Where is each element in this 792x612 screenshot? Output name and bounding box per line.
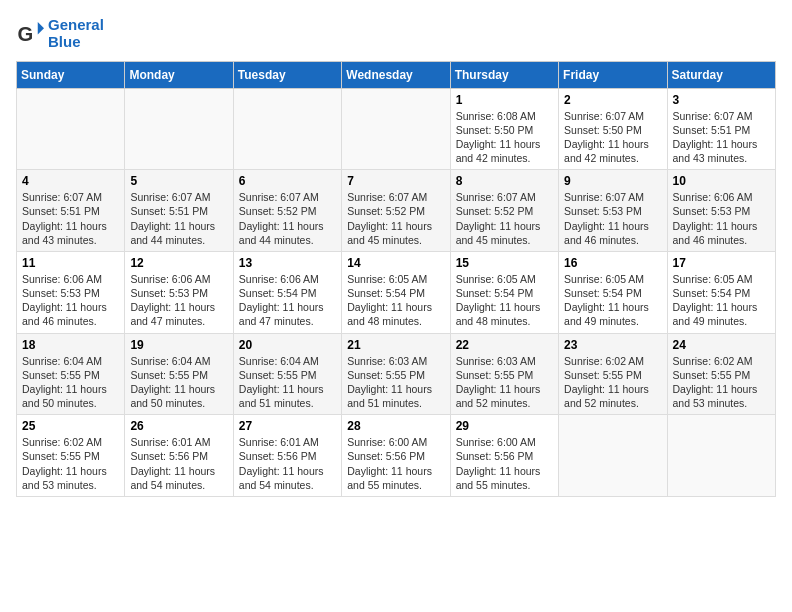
header-monday: Monday bbox=[125, 61, 233, 88]
day-number: 28 bbox=[347, 419, 444, 433]
calendar-cell: 28Sunrise: 6:00 AM Sunset: 5:56 PM Dayli… bbox=[342, 415, 450, 497]
calendar-cell: 2Sunrise: 6:07 AM Sunset: 5:50 PM Daylig… bbox=[559, 88, 667, 170]
calendar-cell: 10Sunrise: 6:06 AM Sunset: 5:53 PM Dayli… bbox=[667, 170, 775, 252]
calendar-week-4: 18Sunrise: 6:04 AM Sunset: 5:55 PM Dayli… bbox=[17, 333, 776, 415]
day-info: Sunrise: 6:01 AM Sunset: 5:56 PM Dayligh… bbox=[239, 435, 336, 492]
calendar-week-1: 1Sunrise: 6:08 AM Sunset: 5:50 PM Daylig… bbox=[17, 88, 776, 170]
calendar-cell: 29Sunrise: 6:00 AM Sunset: 5:56 PM Dayli… bbox=[450, 415, 558, 497]
calendar-cell: 7Sunrise: 6:07 AM Sunset: 5:52 PM Daylig… bbox=[342, 170, 450, 252]
calendar-cell: 21Sunrise: 6:03 AM Sunset: 5:55 PM Dayli… bbox=[342, 333, 450, 415]
day-info: Sunrise: 6:06 AM Sunset: 5:53 PM Dayligh… bbox=[22, 272, 119, 329]
header-wednesday: Wednesday bbox=[342, 61, 450, 88]
calendar-cell: 20Sunrise: 6:04 AM Sunset: 5:55 PM Dayli… bbox=[233, 333, 341, 415]
calendar-cell: 17Sunrise: 6:05 AM Sunset: 5:54 PM Dayli… bbox=[667, 251, 775, 333]
calendar-cell bbox=[559, 415, 667, 497]
day-info: Sunrise: 6:06 AM Sunset: 5:53 PM Dayligh… bbox=[673, 190, 770, 247]
day-info: Sunrise: 6:07 AM Sunset: 5:52 PM Dayligh… bbox=[456, 190, 553, 247]
calendar-cell: 23Sunrise: 6:02 AM Sunset: 5:55 PM Dayli… bbox=[559, 333, 667, 415]
day-info: Sunrise: 6:02 AM Sunset: 5:55 PM Dayligh… bbox=[673, 354, 770, 411]
day-info: Sunrise: 6:07 AM Sunset: 5:52 PM Dayligh… bbox=[347, 190, 444, 247]
day-number: 27 bbox=[239, 419, 336, 433]
header-row: SundayMondayTuesdayWednesdayThursdayFrid… bbox=[17, 61, 776, 88]
day-info: Sunrise: 6:07 AM Sunset: 5:51 PM Dayligh… bbox=[673, 109, 770, 166]
day-info: Sunrise: 6:04 AM Sunset: 5:55 PM Dayligh… bbox=[239, 354, 336, 411]
day-number: 1 bbox=[456, 93, 553, 107]
day-info: Sunrise: 6:07 AM Sunset: 5:51 PM Dayligh… bbox=[130, 190, 227, 247]
day-info: Sunrise: 6:07 AM Sunset: 5:51 PM Dayligh… bbox=[22, 190, 119, 247]
day-info: Sunrise: 6:02 AM Sunset: 5:55 PM Dayligh… bbox=[22, 435, 119, 492]
day-number: 4 bbox=[22, 174, 119, 188]
calendar-body: 1Sunrise: 6:08 AM Sunset: 5:50 PM Daylig… bbox=[17, 88, 776, 496]
header-sunday: Sunday bbox=[17, 61, 125, 88]
calendar-cell bbox=[17, 88, 125, 170]
calendar-table: SundayMondayTuesdayWednesdayThursdayFrid… bbox=[16, 61, 776, 497]
svg-marker-1 bbox=[38, 22, 44, 34]
day-number: 25 bbox=[22, 419, 119, 433]
day-number: 2 bbox=[564, 93, 661, 107]
day-info: Sunrise: 6:04 AM Sunset: 5:55 PM Dayligh… bbox=[130, 354, 227, 411]
day-info: Sunrise: 6:05 AM Sunset: 5:54 PM Dayligh… bbox=[347, 272, 444, 329]
day-number: 16 bbox=[564, 256, 661, 270]
calendar-cell: 18Sunrise: 6:04 AM Sunset: 5:55 PM Dayli… bbox=[17, 333, 125, 415]
day-number: 23 bbox=[564, 338, 661, 352]
header-thursday: Thursday bbox=[450, 61, 558, 88]
day-number: 18 bbox=[22, 338, 119, 352]
day-number: 13 bbox=[239, 256, 336, 270]
day-number: 6 bbox=[239, 174, 336, 188]
day-number: 5 bbox=[130, 174, 227, 188]
day-number: 8 bbox=[456, 174, 553, 188]
calendar-header: SundayMondayTuesdayWednesdayThursdayFrid… bbox=[17, 61, 776, 88]
day-info: Sunrise: 6:04 AM Sunset: 5:55 PM Dayligh… bbox=[22, 354, 119, 411]
day-info: Sunrise: 6:05 AM Sunset: 5:54 PM Dayligh… bbox=[564, 272, 661, 329]
calendar-cell: 22Sunrise: 6:03 AM Sunset: 5:55 PM Dayli… bbox=[450, 333, 558, 415]
day-number: 11 bbox=[22, 256, 119, 270]
day-number: 20 bbox=[239, 338, 336, 352]
day-number: 9 bbox=[564, 174, 661, 188]
calendar-week-3: 11Sunrise: 6:06 AM Sunset: 5:53 PM Dayli… bbox=[17, 251, 776, 333]
calendar-cell: 26Sunrise: 6:01 AM Sunset: 5:56 PM Dayli… bbox=[125, 415, 233, 497]
calendar-cell: 1Sunrise: 6:08 AM Sunset: 5:50 PM Daylig… bbox=[450, 88, 558, 170]
calendar-cell bbox=[233, 88, 341, 170]
calendar-cell: 13Sunrise: 6:06 AM Sunset: 5:54 PM Dayli… bbox=[233, 251, 341, 333]
day-info: Sunrise: 6:03 AM Sunset: 5:55 PM Dayligh… bbox=[347, 354, 444, 411]
day-info: Sunrise: 6:07 AM Sunset: 5:50 PM Dayligh… bbox=[564, 109, 661, 166]
calendar-cell: 27Sunrise: 6:01 AM Sunset: 5:56 PM Dayli… bbox=[233, 415, 341, 497]
day-number: 17 bbox=[673, 256, 770, 270]
day-number: 26 bbox=[130, 419, 227, 433]
day-info: Sunrise: 6:00 AM Sunset: 5:56 PM Dayligh… bbox=[456, 435, 553, 492]
day-number: 14 bbox=[347, 256, 444, 270]
calendar-cell: 6Sunrise: 6:07 AM Sunset: 5:52 PM Daylig… bbox=[233, 170, 341, 252]
calendar-cell: 8Sunrise: 6:07 AM Sunset: 5:52 PM Daylig… bbox=[450, 170, 558, 252]
calendar-cell: 24Sunrise: 6:02 AM Sunset: 5:55 PM Dayli… bbox=[667, 333, 775, 415]
day-info: Sunrise: 6:05 AM Sunset: 5:54 PM Dayligh… bbox=[456, 272, 553, 329]
day-number: 22 bbox=[456, 338, 553, 352]
day-info: Sunrise: 6:07 AM Sunset: 5:52 PM Dayligh… bbox=[239, 190, 336, 247]
day-number: 12 bbox=[130, 256, 227, 270]
calendar-cell: 9Sunrise: 6:07 AM Sunset: 5:53 PM Daylig… bbox=[559, 170, 667, 252]
day-number: 29 bbox=[456, 419, 553, 433]
svg-text:G: G bbox=[18, 23, 34, 45]
page-header: G General Blue bbox=[16, 16, 776, 51]
day-info: Sunrise: 6:01 AM Sunset: 5:56 PM Dayligh… bbox=[130, 435, 227, 492]
calendar-cell bbox=[125, 88, 233, 170]
day-info: Sunrise: 6:02 AM Sunset: 5:55 PM Dayligh… bbox=[564, 354, 661, 411]
calendar-cell: 4Sunrise: 6:07 AM Sunset: 5:51 PM Daylig… bbox=[17, 170, 125, 252]
calendar-cell: 15Sunrise: 6:05 AM Sunset: 5:54 PM Dayli… bbox=[450, 251, 558, 333]
day-number: 3 bbox=[673, 93, 770, 107]
day-number: 7 bbox=[347, 174, 444, 188]
day-number: 24 bbox=[673, 338, 770, 352]
day-number: 21 bbox=[347, 338, 444, 352]
calendar-week-2: 4Sunrise: 6:07 AM Sunset: 5:51 PM Daylig… bbox=[17, 170, 776, 252]
logo-text: General Blue bbox=[48, 16, 104, 51]
day-info: Sunrise: 6:06 AM Sunset: 5:53 PM Dayligh… bbox=[130, 272, 227, 329]
calendar-cell: 14Sunrise: 6:05 AM Sunset: 5:54 PM Dayli… bbox=[342, 251, 450, 333]
header-friday: Friday bbox=[559, 61, 667, 88]
calendar-cell: 3Sunrise: 6:07 AM Sunset: 5:51 PM Daylig… bbox=[667, 88, 775, 170]
header-tuesday: Tuesday bbox=[233, 61, 341, 88]
calendar-cell: 11Sunrise: 6:06 AM Sunset: 5:53 PM Dayli… bbox=[17, 251, 125, 333]
day-info: Sunrise: 6:05 AM Sunset: 5:54 PM Dayligh… bbox=[673, 272, 770, 329]
calendar-cell: 19Sunrise: 6:04 AM Sunset: 5:55 PM Dayli… bbox=[125, 333, 233, 415]
logo-icon: G bbox=[16, 19, 44, 47]
day-info: Sunrise: 6:00 AM Sunset: 5:56 PM Dayligh… bbox=[347, 435, 444, 492]
day-number: 19 bbox=[130, 338, 227, 352]
